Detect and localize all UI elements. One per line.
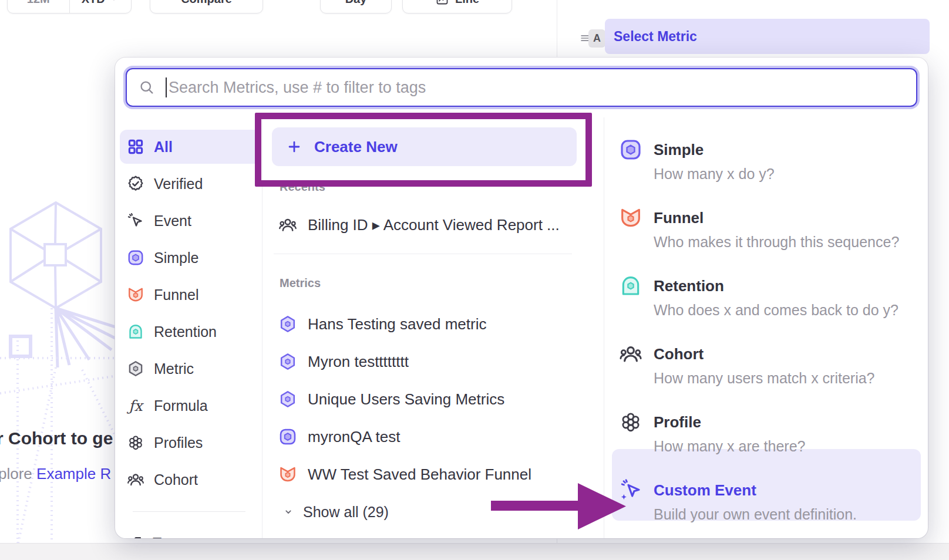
event-cursor-icon (127, 212, 144, 230)
middle-column-divider (274, 254, 572, 254)
sidebar-item-label: Profiles (154, 434, 203, 451)
metric-list-item[interactable]: Hans Testing saved metric (278, 305, 486, 343)
type-cohort-description: How many users match x criteria? (654, 369, 875, 387)
metric-list-item[interactable]: WW Test Saved Behavior Funnel (278, 456, 531, 493)
sidebar-item-label: Simple (154, 249, 198, 266)
sidebar-item-verified[interactable]: Verified (120, 167, 261, 201)
bottom-strip (0, 543, 949, 560)
example-reports-link[interactable]: Example R (36, 465, 111, 483)
metric-item-label: myronQA test (308, 428, 401, 446)
sidebar-item-label: Retention (154, 323, 217, 340)
sidebar-item-label: Cohort (154, 471, 198, 488)
create-new-label: Create New (314, 138, 398, 156)
clause-letter-badge: A (588, 29, 605, 48)
sidebar-item-label: All (154, 139, 173, 156)
metric-item-label: Unique Users Saving Metrics (308, 390, 504, 409)
empty-state-title-fragment: r Cohort to ge (0, 429, 113, 448)
chevron-down-icon (282, 505, 295, 518)
sidebar-item-tags[interactable]: Tags (120, 526, 261, 538)
empty-state-subtitle: xplore Example R (0, 465, 111, 483)
profiles-flower-icon (619, 410, 642, 434)
search-placeholder: Search Metrics, use # to filter to tags (169, 79, 426, 97)
sidebar-item-metric[interactable]: Metric (120, 352, 261, 386)
type-funnel-description: Who makes it through this sequence? (654, 233, 899, 251)
metric-list-item[interactable]: Unique Users Saving Metrics (278, 380, 504, 418)
compare-button[interactable]: Compare (150, 0, 263, 14)
search-focus-ring: Search Metrics, use # to filter to tags (123, 66, 920, 109)
sidebar-item-retention[interactable]: Retention (120, 315, 261, 349)
funnel-icon (619, 206, 642, 230)
sidebar-item-formula[interactable]: ƒx Formula (120, 389, 261, 423)
sidebar-item-label: Funnel (154, 286, 198, 303)
type-custom-event-description: Build your own event definition. (654, 505, 857, 523)
recent-item-label: Billing ID ▸ Account Viewed Report ... (308, 216, 560, 234)
type-retention-description: Who does x and comes back to do y? (654, 301, 898, 319)
chart-type-label: Line (455, 0, 479, 6)
sidebar-item-label: Verified (154, 176, 203, 193)
type-profile[interactable]: Profile (654, 413, 701, 431)
metric-list-item[interactable]: Myron testttttttt (278, 343, 409, 380)
types-column-divider (604, 117, 604, 538)
sidebar-item-simple[interactable]: Simple (120, 241, 261, 275)
sidebar-item-all[interactable]: All (120, 130, 261, 164)
search-input[interactable]: Search Metrics, use # to filter to tags (126, 68, 917, 107)
cohort-people-icon (619, 342, 642, 366)
simple-metric-icon (127, 249, 144, 266)
metrics-heading: Metrics (280, 276, 321, 290)
granularity-button[interactable]: Day (320, 0, 392, 14)
type-simple[interactable]: Simple (654, 140, 704, 159)
background-wireframe-graphic (0, 194, 117, 546)
saved-metric-icon (278, 352, 297, 371)
show-all-toggle[interactable]: Show all (29) (282, 497, 389, 527)
sidebar-item-cohort[interactable]: Cohort (120, 463, 261, 497)
metric-picker-popup: Search Metrics, use # to filter to tags … (115, 58, 928, 538)
chevron-down-icon (109, 0, 119, 4)
custom-event-cursor-icon (619, 478, 642, 502)
clause-letter: A (593, 32, 601, 45)
metric-item-label: Myron testttttttt (308, 353, 409, 371)
tag-icon (127, 535, 143, 538)
sidebar-item-profiles[interactable]: Profiles (120, 426, 261, 460)
formula-fx-icon: ƒx (127, 397, 144, 414)
sidebar-item-label: Event (154, 212, 191, 230)
sidebar-item-label: Formula (154, 397, 208, 414)
compare-label: Compare (181, 0, 232, 6)
type-retention[interactable]: Retention (654, 276, 724, 295)
select-metric-button[interactable]: Select Metric (605, 19, 930, 54)
sidebar-item-label: Tags (153, 535, 184, 539)
recents-heading: Recents (280, 180, 325, 194)
sidebar-item-funnel[interactable]: Funnel (120, 278, 261, 312)
retention-icon (619, 274, 642, 298)
metric-item-label: WW Test Saved Behavior Funnel (308, 465, 531, 484)
type-custom-event[interactable]: Custom Event (654, 481, 756, 500)
chart-type-button[interactable]: Line (402, 0, 512, 14)
search-icon (139, 79, 155, 96)
range-xtd-button[interactable]: XTD (69, 0, 132, 13)
funnel-icon (278, 465, 297, 484)
sidebar-divider (262, 117, 263, 538)
type-simple-description: How many x do y? (654, 165, 775, 183)
type-profile-description: How many x are there? (654, 437, 805, 455)
range-12m-label: 12M (27, 0, 50, 6)
recent-item[interactable]: Billing ID ▸ Account Viewed Report ... (278, 206, 560, 244)
saved-metric-icon (278, 390, 297, 409)
cohort-people-icon (127, 471, 144, 488)
verified-seal-icon (127, 175, 144, 193)
show-all-label: Show all (29) (303, 504, 389, 521)
type-funnel[interactable]: Funnel (654, 208, 704, 227)
metric-list-item[interactable]: myronQA test (278, 418, 401, 456)
sidebar-item-label: Metric (154, 360, 194, 377)
sidebar-section-divider (133, 511, 245, 512)
line-chart-icon (435, 0, 449, 6)
granularity-label: Day (345, 0, 367, 6)
saved-metric-icon (278, 315, 297, 333)
plus-icon (286, 139, 302, 155)
funnel-icon (127, 286, 144, 303)
simple-metric-icon (619, 138, 642, 161)
profiles-flower-icon (127, 434, 144, 451)
date-range-control[interactable]: 12M XTD (7, 0, 132, 14)
type-cohort[interactable]: Cohort (654, 345, 704, 363)
create-new-button[interactable]: Create New (272, 127, 577, 166)
range-12m-button[interactable]: 12M (8, 0, 69, 13)
sidebar-item-event[interactable]: Event (120, 204, 261, 238)
